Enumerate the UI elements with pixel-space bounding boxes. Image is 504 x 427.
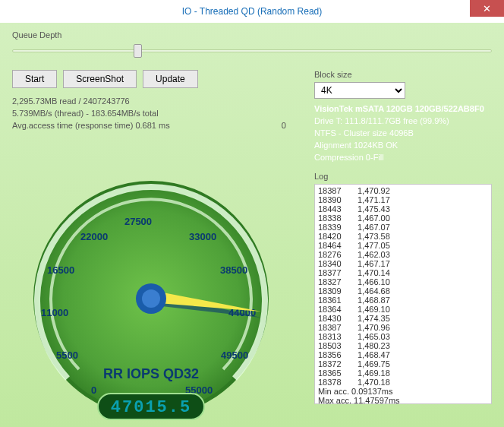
svg-point-5 — [142, 289, 160, 308]
tick-27500: 27500 — [124, 216, 152, 227]
main-panel: Queue Depth Start ScreenShot Update 2,29… — [0, 23, 504, 427]
drive-capacity: Drive T: 111.8/111.7GB free (99.9%) — [314, 115, 492, 128]
log-row: 183611,468.87 — [318, 296, 488, 305]
log-box[interactable]: 183871,470.92183901,471.17184431,475.431… — [314, 184, 492, 404]
log-row: 183091,464.68 — [318, 286, 488, 296]
drive-compression: Compression 0-Fill — [314, 152, 492, 164]
log-min: Min acc. 0.09137ms — [318, 387, 488, 396]
gauge: 55000 49500 44000 38500 33000 27500 2200… — [18, 173, 284, 424]
tick-0: 0 — [91, 384, 96, 396]
tick-11000: 11000 — [41, 307, 68, 318]
log-row: 183401,467.17 — [318, 259, 488, 268]
tick-33000: 33000 — [189, 231, 216, 242]
log-max: Max acc. 11.47597ms — [318, 396, 488, 404]
start-button[interactable]: Start — [12, 70, 57, 88]
log-row: 183771,470.14 — [318, 268, 488, 277]
drive-alignment: Alignment 1024KB OK — [314, 140, 492, 152]
tick-49500: 49500 — [221, 350, 248, 361]
log-row: 183391,467.07 — [318, 223, 488, 232]
log-row: 183381,467.00 — [318, 214, 488, 223]
titlebar: IO - Threaded QD (Random Read) ✕ — [0, 0, 504, 23]
screenshot-button[interactable]: ScreenShot — [63, 70, 137, 88]
log-row: 183721,469.75 — [318, 359, 488, 368]
gauge-title: RR IOPS QD32 — [103, 366, 199, 381]
log-row: 185031,480.23 — [318, 341, 488, 350]
update-button[interactable]: Update — [143, 70, 198, 88]
drive-name: VisionTek mSATA 120GB 120GB/522AB8F0 — [314, 103, 492, 115]
window-title: IO - Threaded QD (Random Read) — [182, 6, 323, 17]
log-row: 183651,469.18 — [318, 368, 488, 378]
tick-38500: 38500 — [220, 264, 247, 276]
log-row: 184641,477.05 — [318, 241, 488, 250]
log-row: 184201,473.58 — [318, 232, 488, 241]
log-row: 183781,470.18 — [318, 378, 488, 387]
log-row: 182761,462.03 — [318, 250, 488, 259]
drive-fs: NTFS - Cluster size 4096B — [314, 128, 492, 140]
drive-info: VisionTek mSATA 120GB 120GB/522AB8F0 Dri… — [314, 103, 492, 164]
close-icon: ✕ — [483, 3, 491, 14]
stat-read: 2,295.73MB read / 2407243776 — [12, 96, 301, 108]
log-label: Log — [314, 172, 492, 181]
slider-thumb[interactable] — [134, 44, 142, 58]
stat-throughput: 5.739MB/s (thread) - 183.654MB/s total — [12, 108, 301, 120]
log-row: 183641,469.10 — [318, 305, 488, 314]
log-row: 184431,475.43 — [318, 204, 488, 214]
log-row: 183871,470.96 — [318, 323, 488, 332]
log-row: 183271,466.10 — [318, 277, 488, 286]
queue-depth-slider[interactable] — [12, 43, 492, 59]
log-row: 184301,474.35 — [318, 314, 488, 323]
log-row: 183901,471.17 — [318, 195, 488, 204]
block-size-select[interactable]: 4K — [314, 82, 405, 99]
stat-access-time: Avg.access time (response time) 0.681 ms — [12, 121, 170, 130]
slider-track — [12, 49, 492, 52]
close-button[interactable]: ✕ — [470, 0, 504, 17]
stat-zero: 0 — [282, 120, 286, 132]
log-row: 183871,470.92 — [318, 186, 488, 195]
tick-5500: 5500 — [56, 350, 78, 361]
log-row: 183561,468.47 — [318, 350, 488, 359]
queue-depth-label: Queue Depth — [12, 30, 492, 40]
stats-block: 2,295.73MB read / 2407243776 5.739MB/s (… — [12, 96, 301, 132]
block-size-label: Block size — [314, 70, 492, 79]
gauge-lcd: 47015.5 — [111, 398, 191, 417]
tick-16500: 16500 — [47, 264, 74, 276]
tick-22000: 22000 — [80, 231, 108, 242]
log-row: 183131,465.03 — [318, 332, 488, 341]
